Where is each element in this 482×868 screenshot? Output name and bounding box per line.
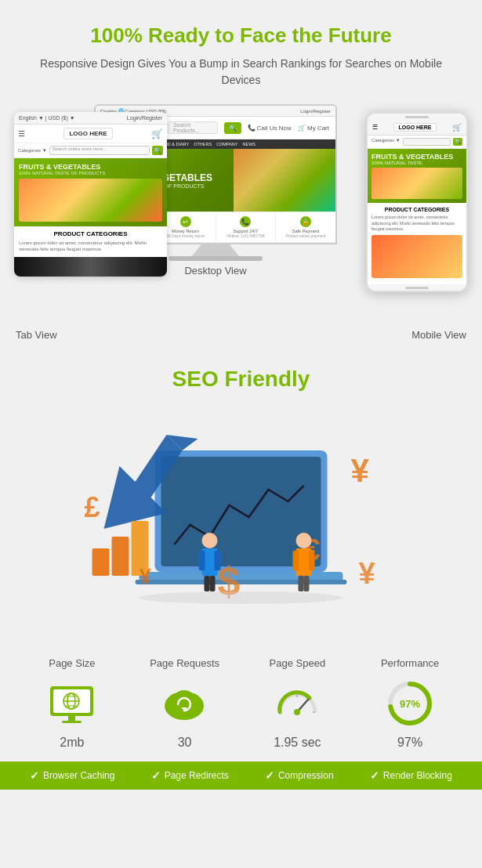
hero-title: 100% Ready to Face the Future <box>31 24 451 48</box>
metric-label-performance: Performance <box>353 657 466 669</box>
svg-rect-23 <box>293 551 299 570</box>
svg-rect-17 <box>199 551 205 570</box>
svg-rect-24 <box>309 551 315 570</box>
svg-point-27 <box>140 591 343 604</box>
tab-login: Login/Register <box>127 115 162 121</box>
desktop-search-btn[interactable]: 🔍 <box>224 122 241 134</box>
desktop-feature-payment: 🔒 Safe Payment Protect online payment <box>276 212 335 242</box>
svg-text:¥: ¥ <box>140 564 152 588</box>
tab-banner-sub: 100% NATURAL TASTE OF PRODUCTS <box>19 171 162 175</box>
svg-point-15 <box>202 533 218 548</box>
svg-rect-20 <box>210 576 216 591</box>
cloud-icon-wrap <box>129 682 241 725</box>
svg-point-43 <box>294 709 300 715</box>
tab-search-button[interactable]: 🔍 <box>152 146 163 155</box>
metric-label-speed: Page Speed <box>241 657 354 669</box>
desktop-cart: 🛒 My Cart <box>298 125 329 132</box>
tab-label: Tab View <box>16 329 57 341</box>
svg-rect-36 <box>62 721 82 723</box>
check-icon-caching: ✓ <box>30 769 39 782</box>
tab-banner-title: FRUITS & VEGETABLES <box>19 163 162 171</box>
devices-section: English ▼ | USD ($) ▼ Login/Register ☰ L… <box>0 96 482 347</box>
mobile-product-title: PRODUCT CATEGORIES <box>371 207 462 212</box>
metric-value-size: 2mb <box>16 736 129 750</box>
mobile-banner-sub: 100% NATURAL TASTE <box>371 161 462 165</box>
svg-text:£: £ <box>85 491 100 523</box>
svg-rect-35 <box>68 716 75 721</box>
mobile-mockup: ☰ LOGO HERE 🛒 Categories ▼ 🔍 FRUITS & VE… <box>366 112 468 292</box>
mobile-banner-title: FRUITS & VEGETABLES <box>371 153 462 161</box>
speedometer-icon-wrap <box>241 682 354 725</box>
svg-text:¥: ¥ <box>359 557 375 590</box>
mobile-banner-image <box>371 168 462 199</box>
tab-banner: FRUITS & VEGETABLES 100% NATURAL TASTE O… <box>14 158 167 226</box>
seo-illustration: £ ¥ € $ ¥ ¥ <box>16 403 466 623</box>
svg-point-21 <box>296 533 312 548</box>
tab-lang: English ▼ | USD ($) ▼ <box>19 115 75 121</box>
return-icon: ↩ <box>180 216 191 227</box>
svg-rect-25 <box>299 576 304 591</box>
svg-rect-8 <box>92 548 110 576</box>
svg-rect-3 <box>136 580 347 584</box>
check-icon-blocking: ✓ <box>370 769 379 782</box>
cloud-icon <box>159 682 210 725</box>
desktop-nav-company[interactable]: COMPANY <box>216 142 237 146</box>
tab-product-text: Lorem ipsum dolor sit amet, consectetur … <box>19 240 162 253</box>
footer-label-redirects: Page Redirects <box>165 770 229 781</box>
tab-product-section: PRODUCT CATEGORIES Lorem ipsum dolor sit… <box>14 226 167 257</box>
mobile-logo: LOGO HERE <box>393 123 436 132</box>
footer-item-caching: ✓ Browser Caching <box>30 769 114 782</box>
tab-mockup: English ▼ | USD ($) ▼ Login/Register ☰ L… <box>14 112 167 277</box>
footer-bar: ✓ Browser Caching ✓ Page Redirects ✓ Com… <box>0 761 482 790</box>
seo-section: SEO Friendly £ ¥ € $ ¥ ¥ <box>0 347 482 642</box>
desktop-login: Login/Register <box>300 109 331 114</box>
desktop-nav-news[interactable]: NEWS <box>243 142 256 146</box>
tab-search-bar: Categories ▼ Search entire store here...… <box>14 143 167 158</box>
metric-label-requests: Page Requests <box>129 657 241 669</box>
desktop-hero-image <box>234 149 335 212</box>
mobile-search-btn[interactable]: 🔍 <box>453 138 462 146</box>
tab-cart-icon: 🛒 <box>151 128 163 139</box>
speedometer-icon <box>272 682 323 725</box>
metric-label-size: Page Size <box>16 657 129 669</box>
hero-section: 100% Ready to Face the Future Responsive… <box>0 0 482 96</box>
monitor-icon <box>46 682 97 725</box>
footer-label-caching: Browser Caching <box>43 770 114 781</box>
desktop-base <box>169 256 263 261</box>
metric-value-requests: 30 <box>129 736 241 750</box>
svg-rect-19 <box>205 576 210 591</box>
mobile-banner: FRUITS & VEGETABLES 100% NATURAL TASTE <box>368 149 466 203</box>
check-icon-redirects: ✓ <box>151 769 161 782</box>
seo-title: SEO Friendly <box>16 367 466 392</box>
desktop-phone: 📞 Call Us Now <box>248 125 292 132</box>
hero-subtitle: Responsive Design Gives You a Bump in Se… <box>31 56 451 89</box>
tab-logo: LOGO HERE <box>63 128 112 139</box>
svg-point-40 <box>173 690 195 709</box>
mobile-label: Mobile View <box>411 329 466 341</box>
footer-item-redirects: ✓ Page Redirects <box>151 769 229 782</box>
tab-header: English ▼ | USD ($) ▼ Login/Register <box>14 112 167 125</box>
metric-value-performance: 97% <box>353 736 466 750</box>
metric-value-speed: 1.95 sec <box>241 736 354 750</box>
mobile-product-section: PRODUCT CATEGORIES Lorem ipsum dolor sit… <box>368 203 466 282</box>
mobile-product-text: Lorem ipsum dolor sit amet, consectetur … <box>371 215 462 233</box>
tab-product-title: PRODUCT CATEGORIES <box>19 230 162 237</box>
support-icon: 📞 <box>240 216 251 227</box>
tab-search-input: Search entire store here... <box>49 146 150 155</box>
mobile-header: ☰ LOGO HERE 🛒 <box>368 120 466 136</box>
metrics-icons: 97% <box>16 678 466 729</box>
desktop-stand <box>192 244 239 256</box>
footer-item-compression: ✓ Compression <box>265 769 334 782</box>
tab-footer <box>14 257 167 277</box>
footer-label-compression: Compression <box>278 770 334 781</box>
metrics-values: 2mb 30 1.95 sec 97% <box>16 736 466 750</box>
donut-icon-wrap: 97% <box>353 678 466 729</box>
footer-item-blocking: ✓ Render Blocking <box>370 769 452 782</box>
footer-label-blocking: Render Blocking <box>383 770 452 781</box>
svg-rect-18 <box>215 551 221 570</box>
monitor-icon-wrap <box>16 682 129 725</box>
desktop-nav-others[interactable]: OTHERS <box>194 142 212 146</box>
payment-icon: 🔒 <box>300 216 311 227</box>
desktop-feature-support: 📞 Support 24/7 Hotline: (+6) 5467789 <box>216 212 277 242</box>
mobile-product-image <box>371 235 462 278</box>
